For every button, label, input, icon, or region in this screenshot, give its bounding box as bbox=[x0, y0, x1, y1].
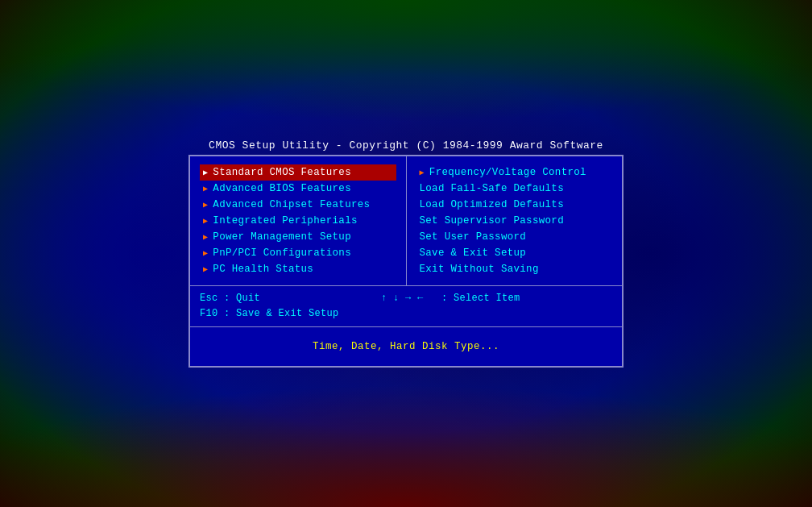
arrow-icon-pc-health: ▶ bbox=[203, 264, 208, 274]
arrow-icon-integrated-periph: ▶ bbox=[203, 216, 208, 226]
arrow-icon-freq-voltage: ▶ bbox=[420, 168, 425, 177]
bios-right-column: ▶ Frequency/Voltage Control Load Fail-Sa… bbox=[407, 156, 623, 285]
menu-label-advanced-bios: Advanced BIOS Features bbox=[213, 183, 351, 194]
arrow-icon-advanced-bios: ▶ bbox=[203, 184, 208, 193]
menu-label-user-pass: Set User Password bbox=[420, 231, 527, 243]
bios-container: CMOS Setup Utility - Copyright (C) 1984-… bbox=[188, 139, 624, 368]
arrow-icon-advanced-chipset: ▶ bbox=[203, 200, 208, 210]
menu-label-save-exit: Save & Exit Setup bbox=[420, 247, 527, 259]
menu-label-pc-health: PC Health Status bbox=[213, 264, 313, 275]
arrow-icon-pnp-pci: ▶ bbox=[203, 248, 208, 258]
menu-item-user-pass[interactable]: Set User Password bbox=[416, 229, 613, 245]
menu-item-supervisor-pass[interactable]: Set Supervisor Password bbox=[416, 213, 613, 229]
bios-main: ▶ Standard CMOS Features ▶ Advanced BIOS… bbox=[188, 155, 624, 368]
menu-item-exit-no-save[interactable]: Exit Without Saving bbox=[416, 261, 613, 277]
menu-item-advanced-chipset[interactable]: ▶ Advanced Chipset Features bbox=[200, 197, 396, 213]
arrow-icon-power-management: ▶ bbox=[203, 232, 208, 242]
help-text: Time, Date, Hard Disk Type... bbox=[313, 341, 499, 352]
bios-status-bar: Esc : Quit ↑ ↓ → ← : Select Item F10 : S… bbox=[190, 286, 622, 327]
status-line-2: F10 : Save & Exit Setup bbox=[200, 306, 612, 322]
bios-left-column: ▶ Standard CMOS Features ▶ Advanced BIOS… bbox=[190, 156, 407, 285]
menu-label-standard-cmos: Standard CMOS Features bbox=[213, 167, 351, 178]
menu-item-pnp-pci[interactable]: ▶ PnP/PCI Configurations bbox=[200, 245, 396, 261]
bios-title: CMOS Setup Utility - Copyright (C) 1984-… bbox=[188, 139, 624, 152]
menu-label-advanced-chipset: Advanced Chipset Features bbox=[213, 199, 370, 210]
menu-label-load-optimized: Load Optimized Defaults bbox=[420, 199, 564, 210]
menu-item-pc-health[interactable]: ▶ PC Health Status bbox=[200, 261, 396, 277]
bios-help-area: Time, Date, Hard Disk Type... bbox=[190, 327, 622, 366]
menu-label-exit-no-save: Exit Without Saving bbox=[420, 264, 539, 275]
menu-item-power-management[interactable]: ▶ Power Management Setup bbox=[200, 229, 396, 245]
menu-item-freq-voltage[interactable]: ▶ Frequency/Voltage Control bbox=[416, 164, 613, 181]
menu-label-freq-voltage: Frequency/Voltage Control bbox=[429, 167, 586, 178]
menu-label-supervisor-pass: Set Supervisor Password bbox=[420, 215, 564, 226]
menu-item-load-failsafe[interactable]: Load Fail-Safe Defaults bbox=[416, 181, 613, 197]
menu-label-power-management: Power Management Setup bbox=[213, 231, 351, 243]
menu-label-pnp-pci: PnP/PCI Configurations bbox=[213, 247, 351, 259]
status-line-1: Esc : Quit ↑ ↓ → ← : Select Item bbox=[200, 291, 612, 306]
menu-item-advanced-bios[interactable]: ▶ Advanced BIOS Features bbox=[200, 181, 396, 197]
menu-label-load-failsafe: Load Fail-Safe Defaults bbox=[420, 183, 564, 194]
menu-item-load-optimized[interactable]: Load Optimized Defaults bbox=[416, 197, 613, 213]
menu-item-save-exit[interactable]: Save & Exit Setup bbox=[416, 245, 613, 261]
menu-item-integrated-periph[interactable]: ▶ Integrated Peripherials bbox=[200, 213, 396, 229]
menu-item-standard-cmos[interactable]: ▶ Standard CMOS Features bbox=[200, 164, 396, 181]
bios-menu-area: ▶ Standard CMOS Features ▶ Advanced BIOS… bbox=[190, 156, 622, 286]
menu-label-integrated-periph: Integrated Peripherials bbox=[213, 215, 357, 226]
arrow-icon-standard-cmos: ▶ bbox=[203, 168, 208, 177]
